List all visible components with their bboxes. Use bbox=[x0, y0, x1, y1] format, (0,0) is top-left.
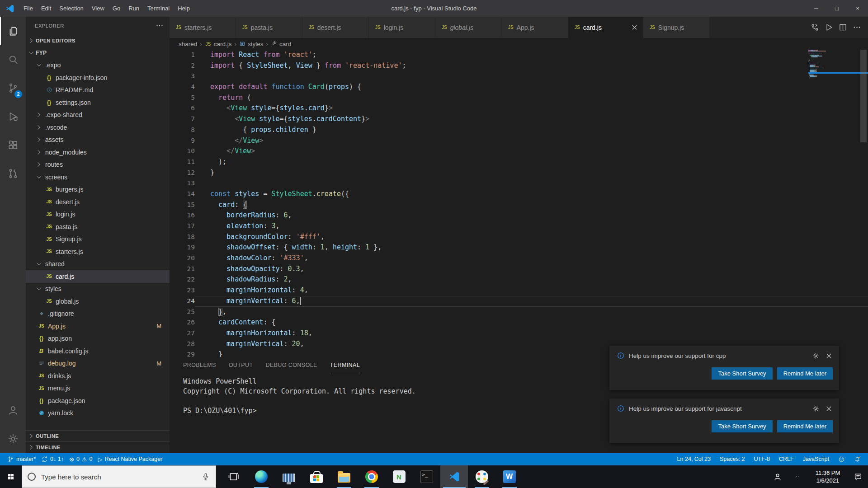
panel-tab-output[interactable]: OUTPUT bbox=[229, 357, 253, 373]
take-short-survey-button[interactable]: Take Short Survey bbox=[712, 367, 772, 380]
code-line-17[interactable]: 17elevation: 3, bbox=[170, 221, 868, 232]
tree-item-FYP[interactable]: FYP bbox=[26, 47, 170, 59]
tree-item-Signup.js[interactable]: JSSignup.js bbox=[26, 233, 170, 246]
panel-tab-terminal[interactable]: TERMINAL bbox=[330, 357, 360, 373]
code-line-1[interactable]: 1import React from 'react'; bbox=[170, 50, 868, 61]
tree-item-settings.json[interactable]: {}settings.json bbox=[26, 96, 170, 109]
tree-item-burgers.js[interactable]: JSburgers.js bbox=[26, 183, 170, 196]
gear-small-icon[interactable] bbox=[812, 405, 820, 413]
tab-card.js[interactable]: JScard.js bbox=[568, 17, 643, 38]
tree-item-screens[interactable]: screens bbox=[26, 171, 170, 183]
menu-file[interactable]: File bbox=[19, 0, 37, 17]
encoding[interactable]: UTF-8 bbox=[751, 456, 773, 462]
breadcrumb-card.js[interactable]: JScard.js bbox=[205, 41, 232, 47]
tree-item-global.js[interactable]: JSglobal.js bbox=[26, 295, 170, 308]
taskbar-command-prompt[interactable]: >_ bbox=[413, 465, 440, 488]
activity-extensions-icon[interactable] bbox=[0, 131, 26, 159]
tab-login.js[interactable]: JSlogin.js bbox=[369, 17, 435, 38]
code-line-27[interactable]: 27marginHorizontal: 18, bbox=[170, 328, 868, 339]
tree-item-yarn.lock[interactable]: yarn.lock bbox=[26, 407, 170, 420]
menu-help[interactable]: Help bbox=[174, 0, 194, 17]
code-line-6[interactable]: 6<View style={styles.card}> bbox=[170, 103, 868, 114]
taskbar-task-view[interactable] bbox=[220, 465, 247, 488]
code-line-11[interactable]: 11); bbox=[170, 157, 868, 168]
tree-item-.vscode[interactable]: .vscode bbox=[26, 121, 170, 134]
code-line-12[interactable]: 12} bbox=[170, 168, 868, 178]
close-icon[interactable] bbox=[825, 405, 833, 413]
panel-tab-problems[interactable]: PROBLEMS bbox=[183, 357, 216, 373]
tree-item-.expo[interactable]: .expo bbox=[26, 59, 170, 72]
section-timeline[interactable]: TIMELINE bbox=[26, 441, 170, 453]
people-button[interactable] bbox=[768, 465, 788, 488]
editor-scrollbar[interactable] bbox=[860, 50, 867, 142]
code-line-26[interactable]: 26cardContent: { bbox=[170, 317, 868, 328]
activity-search-icon[interactable] bbox=[0, 45, 26, 74]
activity-github-pr-icon[interactable] bbox=[0, 159, 26, 188]
notifications-bell[interactable] bbox=[851, 456, 863, 463]
activity-run-debug-icon[interactable] bbox=[0, 102, 26, 131]
tree-item-debug.log[interactable]: debug.logM bbox=[26, 357, 170, 370]
code-line-21[interactable]: 21shadowOpacity: 0.3, bbox=[170, 264, 868, 275]
tree-item-package.json[interactable]: {}package.json bbox=[26, 394, 170, 407]
tab-global.js[interactable]: JSglobal.js bbox=[435, 17, 502, 38]
cursor-position[interactable]: Ln 24, Col 23 bbox=[675, 456, 713, 462]
feedback[interactable] bbox=[835, 456, 848, 463]
code-line-7[interactable]: 7<View style={styles.cardContent}> bbox=[170, 114, 868, 125]
remind-me-later-button[interactable]: Remind Me later bbox=[777, 367, 833, 380]
start-button[interactable] bbox=[0, 465, 22, 488]
breadcrumb-card[interactable]: card bbox=[271, 41, 291, 47]
explorer-more-actions-icon[interactable] bbox=[155, 21, 164, 30]
microphone-icon[interactable] bbox=[201, 472, 210, 481]
language-mode[interactable]: JavaScript bbox=[800, 456, 832, 462]
minimize-button[interactable]: ─ bbox=[806, 0, 826, 17]
tree-item-App.js[interactable]: JSApp.jsM bbox=[26, 320, 170, 333]
tree-item-card.js[interactable]: JScard.js bbox=[26, 270, 170, 283]
tab-Signup.js[interactable]: JSSignup.js bbox=[643, 17, 710, 38]
code-line-24[interactable]: 24marginVertical: 6, bbox=[170, 296, 868, 307]
code-line-8[interactable]: 8{ props.children } bbox=[170, 125, 868, 136]
tree-item-routes[interactable]: routes bbox=[26, 159, 170, 171]
tab-starters.js[interactable]: JSstarters.js bbox=[170, 17, 236, 38]
taskbar-on-screen-keyboard[interactable] bbox=[275, 465, 302, 488]
taskbar-chrome[interactable] bbox=[358, 465, 385, 488]
taskbar-microsoft-store[interactable] bbox=[302, 465, 330, 488]
breadcrumb-shared[interactable]: shared bbox=[179, 41, 197, 47]
taskbar-file-explorer[interactable] bbox=[330, 465, 358, 488]
action-center-button[interactable] bbox=[848, 465, 868, 488]
tree-item-assets[interactable]: assets bbox=[26, 134, 170, 146]
panel-tab-debug-console[interactable]: DEBUG CONSOLE bbox=[265, 357, 317, 373]
show-hidden-icons-button[interactable] bbox=[788, 465, 807, 488]
tree-item-.gitignore[interactable]: .gitignore bbox=[26, 308, 170, 320]
taskbar-word[interactable]: W bbox=[495, 465, 523, 488]
tree-item-drinks.js[interactable]: JSdrinks.js bbox=[26, 370, 170, 382]
tab-App.js[interactable]: JSApp.js bbox=[502, 17, 568, 38]
minimap[interactable] bbox=[808, 50, 835, 99]
tab-pasta.js[interactable]: JSpasta.js bbox=[236, 17, 302, 38]
menu-terminal[interactable]: Terminal bbox=[143, 0, 174, 17]
tree-item-desert.js[interactable]: JSdesert.js bbox=[26, 196, 170, 208]
code-line-20[interactable]: 20shadowColor: '#333', bbox=[170, 253, 868, 264]
taskbar-notepad-plus-plus[interactable]: N bbox=[385, 465, 413, 488]
maximize-button[interactable]: □ bbox=[826, 0, 847, 17]
split-editor-icon[interactable] bbox=[838, 23, 848, 32]
code-line-9[interactable]: 9</View> bbox=[170, 136, 868, 146]
taskbar-search[interactable] bbox=[22, 465, 216, 488]
git-branch-status[interactable]: master* bbox=[5, 453, 38, 465]
menu-view[interactable]: View bbox=[88, 0, 108, 17]
code-line-2[interactable]: 2import { StyleSheet, View } from 'react… bbox=[170, 61, 868, 71]
sync-status[interactable]: 0↓ 1↑ bbox=[38, 453, 66, 465]
code-line-3[interactable]: 3 bbox=[170, 71, 868, 82]
code-line-22[interactable]: 22shadowRadius: 2, bbox=[170, 274, 868, 285]
tree-item-shared[interactable]: shared bbox=[26, 258, 170, 271]
code-line-13[interactable]: 13 bbox=[170, 178, 868, 189]
indentation[interactable]: Spaces: 2 bbox=[717, 456, 748, 462]
menu-run[interactable]: Run bbox=[124, 0, 143, 17]
code-line-16[interactable]: 16borderRadius: 6, bbox=[170, 210, 868, 221]
code-line-5[interactable]: 5return ( bbox=[170, 93, 868, 103]
section-outline[interactable]: OUTLINE bbox=[26, 430, 170, 441]
tree-item-node_modules[interactable]: node_modules bbox=[26, 146, 170, 159]
code-line-23[interactable]: 23marginHorizontal: 4, bbox=[170, 285, 868, 296]
tree-item-app.json[interactable]: {}app.json bbox=[26, 333, 170, 345]
clock[interactable]: 11:36 PM 1/6/2021 bbox=[807, 469, 848, 484]
close-button[interactable]: × bbox=[847, 0, 868, 17]
